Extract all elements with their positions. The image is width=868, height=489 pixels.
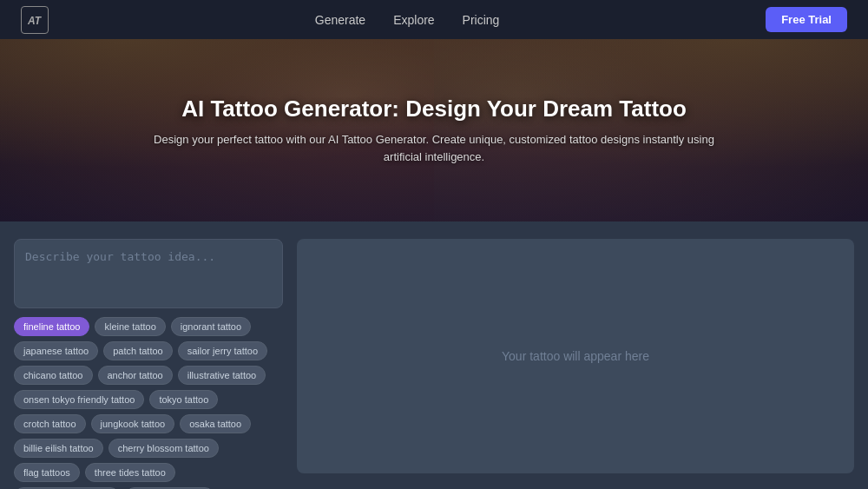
navbar-links: Generate Explore Pricing (315, 13, 500, 27)
free-trial-button[interactable]: Free Trial (766, 7, 847, 32)
tag-item[interactable]: osaka tattoo (180, 414, 251, 433)
nav-explore[interactable]: Explore (393, 13, 434, 27)
tag-item[interactable]: ignorant tattoo (171, 317, 251, 336)
tag-item[interactable]: sailor jerry tattoo (178, 341, 267, 360)
nav-pricing[interactable]: Pricing (463, 13, 500, 27)
tattoo-description-input[interactable] (14, 239, 283, 308)
tag-item[interactable]: jungkook tattoo (91, 414, 175, 433)
tag-item[interactable]: three tides tattoo (85, 463, 175, 482)
tag-item[interactable]: chicano tattoo (14, 366, 93, 385)
tag-item[interactable]: tokyo tattoo (149, 390, 218, 409)
tag-item[interactable]: crotch tattoo (14, 414, 86, 433)
tag-item[interactable]: kleine tattoo (95, 317, 165, 336)
tag-item[interactable]: japanese tattoo (14, 341, 98, 360)
tag-item[interactable]: illustrative tattoo (178, 366, 266, 385)
tag-item[interactable]: flag tattoos (14, 463, 80, 482)
logo: AT (21, 6, 49, 34)
logo-icon: AT (21, 6, 49, 34)
tag-item[interactable]: cherry blossom tattoo (108, 439, 219, 458)
tag-item[interactable]: patch tattoo (103, 341, 173, 360)
tag-item[interactable]: billie eilish tattoo (14, 439, 103, 458)
hero-section: AI Tattoo Generator: Design Your Dream T… (0, 39, 868, 221)
hero-subtitle: Design your perfect tattoo with our AI T… (139, 131, 729, 165)
svg-text:AT: AT (27, 15, 43, 27)
navbar: AT Generate Explore Pricing Free Trial (0, 0, 868, 39)
tag-item[interactable]: onsen tokyo friendly tattoo (14, 390, 144, 409)
hero-title: AI Tattoo Generator: Design Your Dream T… (139, 96, 729, 122)
tag-item[interactable]: anchor tattoo (98, 366, 173, 385)
tattoo-placeholder-text: Your tattoo will appear here (502, 349, 649, 363)
tags-container: fineline tattookleine tattooignorant tat… (14, 317, 283, 489)
tattoo-preview-panel: Your tattoo will appear here (297, 239, 854, 473)
left-panel: fineline tattookleine tattooignorant tat… (14, 239, 283, 489)
main-content: fineline tattookleine tattooignorant tat… (0, 221, 868, 489)
hero-content: AI Tattoo Generator: Design Your Dream T… (139, 96, 729, 165)
tag-item[interactable]: fineline tattoo (14, 317, 89, 336)
nav-generate[interactable]: Generate (315, 13, 365, 27)
